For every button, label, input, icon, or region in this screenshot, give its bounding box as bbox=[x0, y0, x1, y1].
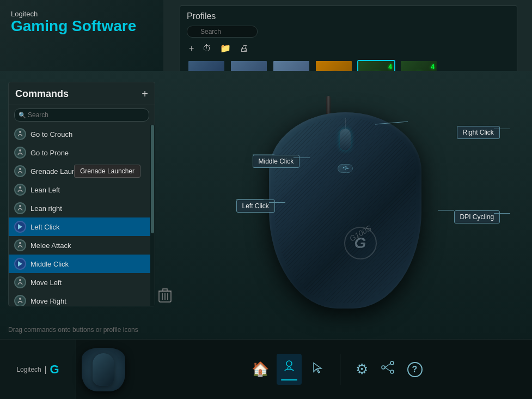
cmd-label-lean-right: Lean right bbox=[30, 204, 62, 213]
commands-search-icon: 🔍 bbox=[19, 112, 26, 119]
cmd-icon-grenade-launcher bbox=[14, 165, 26, 177]
cmd-item-go-to-prone[interactable]: Go to Prone bbox=[9, 143, 155, 162]
profiles-add-btn[interactable]: + bbox=[187, 43, 196, 55]
commands-add-btn[interactable]: + bbox=[142, 88, 148, 100]
profiles-title: Profiles bbox=[187, 11, 510, 21]
bottom-brand-text: Logitech bbox=[16, 366, 41, 373]
help-icon: ? bbox=[407, 362, 423, 377]
app-header: Logitech Gaming Software bbox=[0, 0, 163, 71]
cmd-icon-move-right bbox=[14, 295, 26, 306]
svg-point-15 bbox=[390, 370, 394, 373]
mouse-label-dpi-cycling[interactable]: DPI Cycling bbox=[454, 210, 500, 223]
svg-point-13 bbox=[286, 361, 292, 366]
nav-btn-pointer[interactable] bbox=[305, 355, 329, 383]
svg-point-16 bbox=[382, 366, 385, 369]
cmd-item-middle-click[interactable]: Middle Click bbox=[9, 255, 155, 273]
cmd-icon-move-left bbox=[14, 276, 26, 288]
bottom-logo-section: Logitech | G bbox=[0, 340, 76, 399]
svg-point-3 bbox=[19, 186, 21, 189]
cmd-item-move-left[interactable]: Move Left bbox=[9, 273, 155, 292]
svg-point-4 bbox=[19, 205, 21, 207]
svg-point-6 bbox=[19, 279, 21, 281]
cmd-item-left-click[interactable]: Left Click bbox=[9, 217, 155, 236]
svg-point-0 bbox=[19, 131, 21, 133]
commands-search-wrap: 🔍 bbox=[9, 105, 155, 125]
cmd-label-lean-left: Lean Left bbox=[30, 186, 60, 194]
commands-header: Commands + bbox=[9, 82, 155, 105]
nav-section-main: 🏠 bbox=[236, 354, 340, 385]
bottom-bar: Logitech | G 🏠 bbox=[0, 339, 532, 399]
brand-logitech: Logitech bbox=[11, 10, 152, 18]
home-icon: 🏠 bbox=[252, 361, 269, 378]
cmd-icon-left-click bbox=[14, 221, 26, 233]
nav-btn-profile[interactable] bbox=[277, 354, 302, 385]
commands-scrollbar[interactable] bbox=[150, 125, 155, 306]
main-area: Commands + 🔍 Go to Crouch Go to Prone bbox=[0, 71, 532, 339]
cmd-item-lean-right[interactable]: Lean right bbox=[9, 199, 155, 217]
cmd-label-move-right: Move Right bbox=[30, 297, 66, 305]
cmd-icon-lean-left bbox=[14, 184, 26, 196]
nav-btn-share[interactable] bbox=[376, 355, 400, 383]
profiles-search-input[interactable] bbox=[187, 26, 258, 38]
svg-point-7 bbox=[19, 298, 21, 300]
cmd-label-go-to-prone: Go to Prone bbox=[30, 149, 69, 157]
commands-list: Go to Crouch Go to Prone Grenade Launche… bbox=[9, 125, 155, 306]
share-icon bbox=[380, 360, 395, 379]
svg-point-2 bbox=[19, 168, 21, 170]
nav-btn-help[interactable]: ? bbox=[403, 358, 427, 382]
mouse-body: G G100S bbox=[269, 112, 421, 309]
mouse-container: G G100S Right Click bbox=[231, 96, 460, 325]
commands-title: Commands bbox=[15, 88, 69, 100]
profiles-print-btn[interactable]: 🖨 bbox=[237, 43, 250, 55]
cmd-item-move-right[interactable]: Move Right bbox=[9, 292, 155, 306]
nav-btn-settings[interactable]: ⚙ bbox=[351, 356, 372, 382]
cmd-item-melee-attack[interactable]: Melee Attack bbox=[9, 236, 155, 255]
cmd-item-go-to-crouch[interactable]: Go to Crouch bbox=[9, 125, 155, 143]
profiles-search-row bbox=[187, 26, 510, 38]
nav-section-secondary: ⚙ ? bbox=[340, 355, 438, 383]
cmd-label-middle-click: Middle Click bbox=[30, 260, 69, 268]
commands-scrollbar-thumb bbox=[151, 125, 154, 233]
profiles-search-wrap[interactable] bbox=[187, 26, 258, 38]
profile-icon bbox=[282, 358, 297, 377]
svg-line-9 bbox=[375, 122, 408, 124]
mouse-thumbnail[interactable] bbox=[82, 348, 125, 391]
cmd-label-left-click: Left Click bbox=[30, 223, 59, 231]
pointer-icon bbox=[309, 360, 325, 379]
mouse-label-right-click[interactable]: Right Click bbox=[457, 126, 500, 139]
mouse-area: G G100S Right Click bbox=[158, 71, 532, 339]
bottom-nav: 🏠 bbox=[142, 340, 532, 399]
svg-line-18 bbox=[385, 367, 390, 371]
svg-point-1 bbox=[19, 149, 21, 152]
profiles-folder-btn[interactable]: 📁 bbox=[218, 42, 233, 55]
grenade-launcher-tooltip: Grenade Launcher bbox=[74, 165, 140, 178]
svg-line-17 bbox=[385, 364, 390, 367]
cmd-icon-go-to-crouch bbox=[14, 128, 26, 140]
nav-btn-home[interactable]: 🏠 bbox=[247, 356, 273, 382]
commands-search-input[interactable] bbox=[14, 108, 149, 122]
brand-gaming-software: Gaming Software bbox=[11, 18, 152, 35]
cmd-label-go-to-crouch: Go to Crouch bbox=[30, 130, 72, 138]
cmd-icon-middle-click bbox=[14, 258, 26, 270]
commands-panel: Commands + 🔍 Go to Crouch Go to Prone bbox=[8, 82, 155, 306]
settings-icon: ⚙ bbox=[356, 361, 368, 378]
cmd-label-move-left: Move Left bbox=[30, 279, 62, 287]
nav-active-indicator bbox=[281, 379, 297, 380]
cmd-item-lean-left[interactable]: Lean Left bbox=[9, 180, 155, 199]
drag-hint: Drag commands onto buttons or profile ic… bbox=[8, 326, 138, 334]
bottom-g-symbol: G bbox=[50, 362, 59, 377]
cmd-item-grenade-launcher[interactable]: Grenade Launcher Grenade Launcher bbox=[9, 162, 155, 180]
profiles-toolbar: + ⏱ 📁 🖨 bbox=[187, 42, 510, 55]
cmd-label-melee-attack: Melee Attack bbox=[30, 241, 71, 250]
cmd-icon-melee-attack bbox=[14, 239, 26, 251]
svg-point-5 bbox=[19, 242, 21, 244]
cmd-icon-lean-right bbox=[14, 202, 26, 214]
cmd-icon-go-to-prone bbox=[14, 147, 26, 159]
profiles-history-btn[interactable]: ⏱ bbox=[200, 43, 213, 55]
svg-point-14 bbox=[390, 361, 394, 365]
